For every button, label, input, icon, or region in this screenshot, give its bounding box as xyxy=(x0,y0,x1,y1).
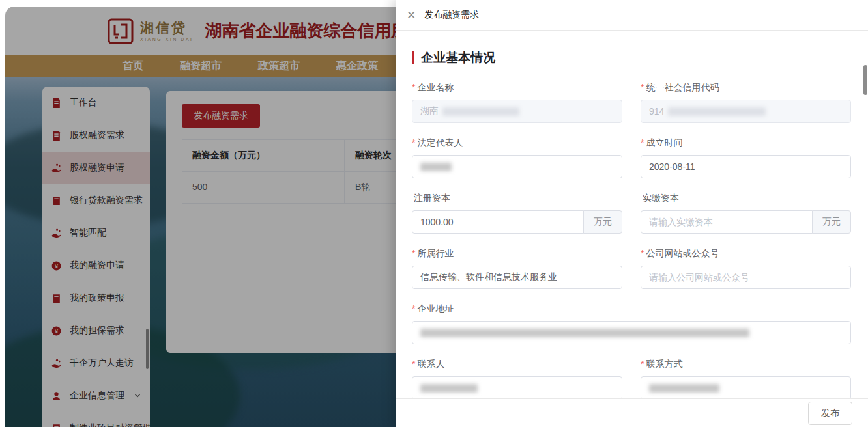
field-label: 企业名称 xyxy=(417,82,454,92)
field-credit-code: *统一社会信用代码 914 xyxy=(641,82,851,123)
field-paidin-capital: 实缴资本 万元 xyxy=(641,193,851,234)
field-label: 成立时间 xyxy=(646,137,682,148)
field-contact-phone: *联系方式 xyxy=(641,359,851,400)
field-label: 法定代表人 xyxy=(417,137,463,148)
website-input[interactable] xyxy=(641,266,851,289)
field-company-address: *企业地址 xyxy=(412,303,851,344)
contact-person-input[interactable] xyxy=(412,376,622,400)
field-label: 实缴资本 xyxy=(643,193,679,203)
field-registered-capital: 注册资本 万元 xyxy=(412,193,622,234)
enterprise-basic-form: *企业名称 湖南 *统一社会信用代码 914 *法定代表人 xyxy=(412,82,852,414)
redacted-text xyxy=(420,163,452,171)
close-icon[interactable]: ✕ xyxy=(407,10,416,21)
field-label: 公司网站或公众号 xyxy=(646,248,719,258)
establish-date-input[interactable] xyxy=(641,155,851,178)
unit-suffix: 万元 xyxy=(583,210,622,234)
field-company-name: *企业名称 湖南 xyxy=(412,82,622,123)
field-establish-date: *成立时间 xyxy=(641,137,851,178)
field-label: 所属行业 xyxy=(417,248,454,258)
registered-capital-input[interactable] xyxy=(412,210,584,234)
company-name-input: 湖南 xyxy=(412,100,622,123)
redacted-text xyxy=(649,384,719,393)
field-label: 统一社会信用代码 xyxy=(646,82,719,92)
unit-suffix: 万元 xyxy=(812,210,851,234)
section-title: 企业基本情况 xyxy=(421,49,495,66)
redacted-text xyxy=(420,384,478,393)
industry-input[interactable] xyxy=(412,266,622,289)
drawer-footer: 发布 xyxy=(396,398,868,427)
field-label: 企业地址 xyxy=(417,303,454,314)
section-accent-bar xyxy=(412,51,414,64)
publish-financing-drawer: ✕ 发布融资需求 企业基本情况 *企业名称 湖南 *统一社会信用代码 914 xyxy=(396,0,868,427)
paidin-capital-input[interactable] xyxy=(641,210,813,234)
section-header: 企业基本情况 xyxy=(412,49,852,66)
drawer-body: 企业基本情况 *企业名称 湖南 *统一社会信用代码 914 *法定代表人 xyxy=(396,31,868,427)
drawer-scrollbar-thumb[interactable] xyxy=(863,65,867,95)
field-contact-person: *联系人 xyxy=(412,359,622,400)
publish-button[interactable]: 发布 xyxy=(808,402,852,425)
contact-phone-input[interactable] xyxy=(641,376,851,400)
field-website: *公司网站或公众号 xyxy=(641,248,851,289)
redacted-text xyxy=(420,329,749,337)
field-label: 注册资本 xyxy=(414,193,450,203)
field-industry: *所属行业 xyxy=(412,248,622,289)
company-address-input[interactable] xyxy=(412,321,851,344)
credit-code-input: 914 xyxy=(641,100,851,123)
field-label: 联系人 xyxy=(417,359,444,369)
drawer-header: ✕ 发布融资需求 xyxy=(396,0,868,31)
legal-representative-input[interactable] xyxy=(412,155,622,178)
field-legal-representative: *法定代表人 xyxy=(412,137,622,178)
field-label: 联系方式 xyxy=(646,359,682,369)
redacted-text xyxy=(668,107,766,116)
redacted-text xyxy=(442,107,519,116)
drawer-title: 发布融资需求 xyxy=(424,9,479,21)
